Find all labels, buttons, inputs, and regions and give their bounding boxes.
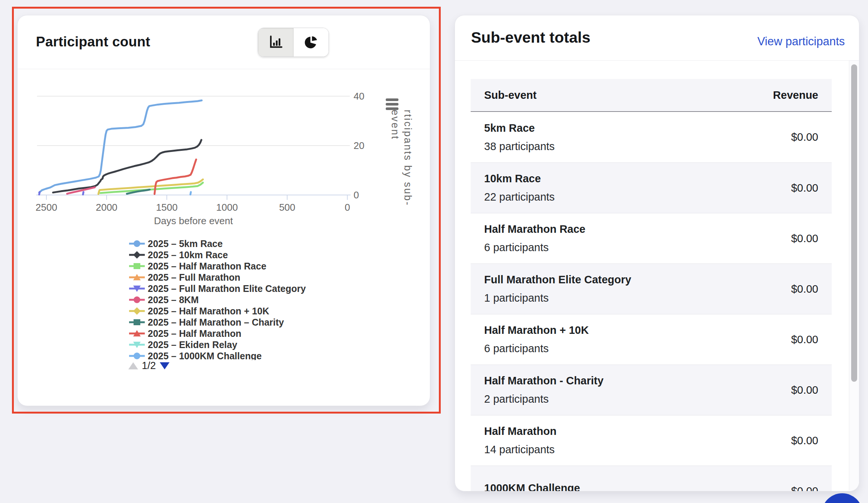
legend-marker-triangle-icon [128,272,146,282]
table-row: Full Marathon Elite Category1 participan… [471,263,832,314]
subevent-revenue: $0.00 [791,435,832,447]
svg-text:20: 20 [354,140,364,151]
subevent-totals-card: Sub-event totals View participants Sub-e… [455,15,859,491]
legend-item-label: 2025 – Half Marathon Race [148,261,266,272]
subevent-revenue: $0.00 [791,182,832,194]
legend-marker-diamond-icon [128,306,146,316]
subevent-participants: 2 participants [484,393,791,405]
svg-text:1000: 1000 [216,202,238,213]
legend-marker-diamond-icon [128,250,146,260]
card-title: Sub-event totals [471,29,590,46]
bar-chart-toggle-button[interactable] [258,28,293,57]
table-header-row: Sub-event Revenue [471,79,832,112]
column-header-revenue: Revenue [773,89,832,101]
pie-chart-toggle-button[interactable] [293,28,329,57]
table-row: Half Marathon + 10K6 participants$0.00 [471,314,832,365]
legend-pagination: 1/2 [128,360,169,371]
legend-marker-square-icon [128,317,146,327]
page-title: Participant count [36,34,150,50]
legend-item[interactable]: 2025 – 10km Race [128,249,368,260]
legend-item[interactable]: 2025 – Half Marathon Race [128,260,368,272]
legend-item-label: 2025 – Half Marathon – Charity [148,317,284,328]
legend-item-label: 2025 – 8KM [148,295,199,305]
table-row: 10km Race22 participants$0.00 [471,162,832,213]
svg-text:Days before event: Days before event [154,215,233,226]
subevent-revenue: $0.00 [791,232,832,245]
table-row: 5km Race38 participants$0.00 [471,112,832,162]
legend-item-label: 2025 – 1000KM Challenge [148,351,262,360]
table-scrollbar-thumb[interactable] [851,64,857,382]
table-row: Half Marathon Race6 participants$0.00 [471,213,832,263]
legend-item[interactable]: 2025 – Ekiden Relay [128,339,368,350]
view-participants-link[interactable]: View participants [757,35,845,48]
legend-item[interactable]: 2025 – Half Marathon + 10K [128,305,368,317]
legend-item[interactable]: 2025 – Full Marathon [128,272,368,283]
subevent-revenue: $0.00 [791,283,832,295]
subevent-table: Sub-event Revenue 5km Race38 participant… [471,79,832,491]
subevent-revenue: $0.00 [791,333,832,346]
bar-chart-icon [268,34,284,51]
subevent-revenue: $0.00 [791,131,832,143]
svg-text:40: 40 [354,91,364,102]
legend-prev-button[interactable] [128,362,138,369]
subevent-revenue: $0.00 [791,384,832,396]
svg-text:0: 0 [345,202,350,213]
table-row: Half Marathon - Charity2 participants$0.… [471,365,832,415]
legend-marker-triangle-down-icon [128,340,146,350]
legend-marker-square-icon [128,261,146,271]
legend-marker-triangle-down-icon [128,284,146,293]
subevent-participants: 38 participants [484,140,791,153]
subevent-participants: 6 participants [484,241,791,254]
legend-marker-triangle-icon [128,329,146,338]
subevent-name: 10km Race [484,173,791,185]
table-body: 5km Race38 participants$0.0010km Race22 … [471,112,832,491]
subevent-participants: 14 participants [484,443,791,456]
column-header-subevent: Sub-event [471,89,773,101]
legend-item[interactable]: 2025 – Half Marathon – Charity [128,317,368,328]
subevent-revenue: $0.00 [791,485,832,492]
table-row: 1000KM Challenge$0.00 [471,466,832,491]
subevent-participants: 1 participants [484,292,791,304]
legend-item[interactable]: 2025 – 1000KM Challenge [128,350,368,360]
chart-type-toggle [258,28,329,57]
subevent-participants: 6 participants [484,342,791,355]
legend-item[interactable]: 2025 – 5km Race [128,238,368,249]
subevent-participants: 22 participants [484,191,791,203]
legend-item-label: 2025 – Ekiden Relay [148,339,237,350]
subevent-name: Half Marathon [484,425,791,438]
table-scrollbar-track[interactable] [849,61,859,490]
legend-item[interactable]: 2025 – Full Marathon Elite Category [128,283,368,294]
legend-item-label: 2025 – Half Marathon + 10K [148,306,269,317]
legend-marker-circle-icon [128,295,146,305]
y-axis-title: rticipants by sub- event [389,110,414,267]
chart-legend: 2025 – 5km Race2025 – 10km Race2025 – Ha… [128,238,368,360]
legend-item-label: 2025 – 5km Race [148,238,223,249]
legend-item-label: 2025 – 10km Race [148,250,228,260]
subevent-name: Half Marathon - Charity [484,375,791,387]
svg-text:500: 500 [279,202,295,213]
svg-text:0: 0 [354,189,359,201]
subevent-name: 5km Race [484,122,791,134]
subevent-name: Half Marathon Race [484,223,791,235]
card-header-divider [455,60,859,61]
pie-chart-icon [303,34,319,51]
svg-text:2500: 2500 [36,202,57,213]
svg-text:1500: 1500 [156,202,178,213]
legend-page-indicator: 1/2 [142,360,156,372]
fab-button[interactable] [822,493,863,503]
legend-item-label: 2025 – Half Marathon [148,328,241,339]
participant-count-card: Participant count [17,15,430,406]
chart-context-menu-icon[interactable] [386,98,398,110]
legend-item-label: 2025 – Full Marathon [148,272,240,283]
legend-marker-circle-icon [128,351,146,360]
subevent-name: Full Marathon Elite Category [484,274,791,286]
legend-item-label: 2025 – Full Marathon Elite Category [148,283,306,294]
participant-line-chart: 2500200015001000500002040Days before eve… [18,69,431,237]
svg-text:2000: 2000 [96,202,117,213]
legend-item[interactable]: 2025 – Half Marathon [128,328,368,339]
legend-marker-circle-icon [128,239,146,249]
legend-next-button[interactable] [160,362,169,369]
legend-item[interactable]: 2025 – 8KM [128,294,368,305]
subevent-name: 1000KM Challenge [484,482,791,492]
subevent-name: Half Marathon + 10K [484,324,791,336]
